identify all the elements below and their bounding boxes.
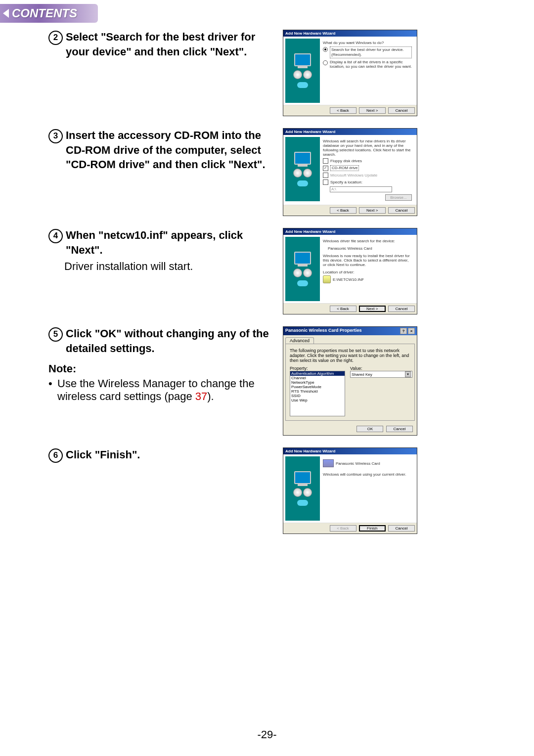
step-number-4: 4 [48,229,63,243]
value-selected: Shared Key [352,372,372,377]
inf-file-icon [323,275,331,283]
cloud-icon [297,180,308,186]
radio-search-best[interactable] [323,47,328,52]
wizard-step4: Add New Hardware Wizard Windows driver f… [283,228,417,314]
wizard4-line1: Windows driver file search for the devic… [323,239,412,243]
wizard-step3: Add New Hardware Wizard Windows will sea… [283,128,417,216]
location-input[interactable]: A:\ [330,186,392,192]
note-label: Note: [48,362,276,375]
wizard-title: Add New Hardware Wizard [283,228,417,235]
note-body: Use the Wireless Manager to change the w… [57,377,276,403]
property-label: Property: [290,366,345,371]
checkbox-location[interactable] [323,179,328,185]
next-button[interactable]: Next > [359,306,386,312]
page-number: -29- [0,728,534,741]
step-number-2: 2 [48,31,63,45]
browse-button[interactable]: Browse... [385,194,412,201]
wizard-title: Add New Hardware Wizard [283,129,417,135]
monitor-icon [294,252,311,266]
next-button[interactable]: Next > [359,107,386,114]
checkbox-cdrom[interactable] [323,166,328,171]
value-select[interactable]: Shared Key ▼ [350,371,412,378]
checkbox-floppy[interactable] [323,158,328,164]
ok-button[interactable]: OK [356,426,383,432]
wizard4-line2: Windows is now ready to install the best… [323,254,412,267]
back-arrow-icon [3,9,9,18]
discs-icon [293,488,312,497]
wizard-sidebar-graphic [285,137,320,201]
monitor-icon [294,471,311,485]
props-title: Panasonic Wireless Card Properties [285,328,361,334]
discs-icon [293,70,312,79]
help-icon[interactable]: ? [400,328,407,334]
chevron-down-icon[interactable]: ▼ [405,371,411,377]
cancel-button[interactable]: Cancel [388,207,415,214]
list-item[interactable]: Use Wep [290,398,345,402]
wizard-title: Add New Hardware Wizard [283,448,417,454]
list-item[interactable]: Channel [290,376,345,380]
step-4-body: Driver installation will start. [64,259,276,274]
wizard6-device: Panasonic Wireless Card [336,461,380,466]
wizard-step6: Add New Hardware Wizard Panasonic Wirele… [283,447,417,534]
note-prefix: Use the Wireless Manager to change the w… [57,377,255,402]
note-suffix: ). [207,390,214,402]
list-item[interactable]: PowerSaveMode [290,385,345,389]
back-button: < Back [330,525,356,532]
checkbox-location-label: Specify a location: [330,180,362,184]
wizard-sidebar-graphic [285,456,320,521]
wizard2-prompt: What do you want Windows to do? [323,41,412,45]
property-list[interactable]: Authentication Algorithm Channel Network… [290,371,345,416]
wizard-title: Add New Hardware Wizard [283,30,417,37]
wizard6-msg: Windows will continue using your current… [323,472,412,477]
finish-button[interactable]: Finish [359,525,386,532]
back-button[interactable]: < Back [330,107,356,114]
step-2-title: 2 Select "Search for the best driver for… [48,30,276,59]
checkbox-floppy-label: Floppy disk drives [330,159,362,163]
checkbox-update[interactable] [323,173,328,178]
cloud-icon [297,82,308,88]
step-number-6: 6 [48,448,63,463]
step-4-text: When "netcw10.inf" appears, click "Next"… [66,228,276,257]
wizard4-loc-label: Location of driver: [323,270,412,274]
step-6-title: 6 Click "Finish". [48,447,276,462]
list-item[interactable]: NetworkType [290,380,345,385]
back-button[interactable]: < Back [330,306,356,312]
note-page-ref[interactable]: 37 [195,390,207,402]
cloud-icon [297,500,308,506]
properties-dialog: Panasonic Wireless Card Properties ? × A… [283,326,417,436]
cancel-button[interactable]: Cancel [388,306,415,312]
contents-tab[interactable]: CONTENTS [0,4,98,23]
wizard3-intro: Windows will search for new drivers in i… [323,139,412,157]
step-5-title: 5 Click "OK" without changing any of the… [48,326,276,356]
list-item[interactable]: SSID [290,394,345,398]
radio-display-list-label: Display a list of all the drivers in a s… [330,60,412,69]
next-button[interactable]: Next > [359,207,386,214]
step-number-5: 5 [48,327,63,342]
radio-display-list[interactable] [323,60,328,65]
checkbox-cdrom-label: CD-ROM drive [330,165,359,171]
list-item[interactable]: Authentication Algorithm [290,371,345,376]
cloud-icon [297,280,308,286]
discs-icon [293,268,312,277]
step-number-3: 3 [48,129,63,143]
close-icon[interactable]: × [408,328,415,334]
step-3-text: Insert the accessory CD-ROM into the CD-… [66,128,276,172]
wizard-sidebar-graphic [285,237,320,301]
monitor-icon [294,53,311,67]
back-button[interactable]: < Back [330,207,356,214]
step-3-title: 3 Insert the accessory CD-ROM into the C… [48,128,276,172]
wizard4-loc-value: E:\NETCW10.INF [333,277,364,282]
cancel-button[interactable]: Cancel [388,525,415,532]
cancel-button[interactable]: Cancel [388,107,415,114]
monitor-icon [294,152,311,166]
cancel-button[interactable]: Cancel [386,426,413,432]
tab-advanced[interactable]: Advanced [285,337,314,344]
step-4-title: 4 When "netcw10.inf" appears, click "Nex… [48,228,276,257]
hardware-icon [323,459,334,467]
checkbox-update-label: Microsoft Windows Update [330,173,377,178]
list-item[interactable]: RTS Threshold [290,389,345,394]
wizard-step2: Add New Hardware Wizard What do you want… [283,30,417,116]
step-6-text: Click "Finish". [66,447,140,462]
contents-label: CONTENTS [12,6,77,20]
value-label: Value: [350,366,412,371]
